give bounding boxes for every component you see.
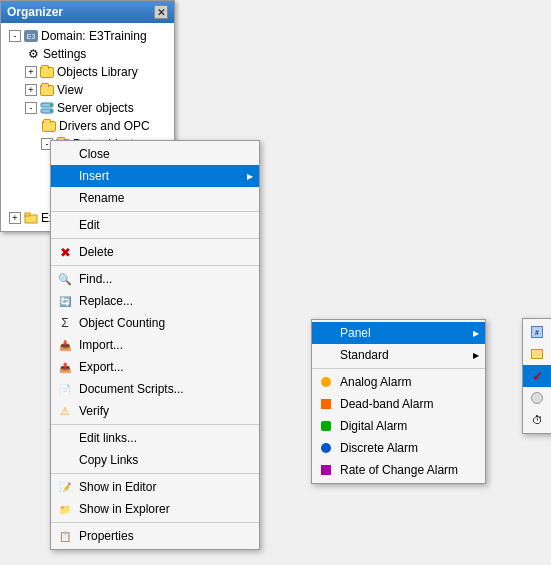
- menu-edit-links-label: Edit links...: [79, 431, 137, 445]
- menu-properties[interactable]: 📋 Properties: [51, 525, 259, 547]
- domain-icon: E3: [23, 28, 39, 44]
- submenu-digital-alarm[interactable]: Digital Alarm: [312, 415, 485, 437]
- menu-edit-links[interactable]: Edit links...: [51, 427, 259, 449]
- menu-close[interactable]: Close: [51, 143, 259, 165]
- menu-rename[interactable]: Rename: [51, 187, 259, 209]
- standard-arrow-icon: ▶: [473, 351, 479, 360]
- submenu-digital-label: Digital Alarm: [340, 419, 407, 433]
- close-button[interactable]: ✕: [154, 5, 168, 19]
- menu-export-label: Export...: [79, 360, 124, 374]
- show-editor-icon: 📝: [57, 479, 73, 495]
- separator-1: [51, 211, 259, 212]
- expander-explorer[interactable]: +: [9, 212, 21, 224]
- submenu-discrete-alarm[interactable]: Discrete Alarm: [312, 437, 485, 459]
- counter-tag-icon: #: [529, 324, 545, 340]
- menu-object-counting[interactable]: Σ Object Counting: [51, 312, 259, 334]
- submenu-rate-alarm[interactable]: Rate of Change Alarm: [312, 459, 485, 481]
- menu-document-scripts[interactable]: 📄 Document Scripts...: [51, 378, 259, 400]
- panel-demo-tag[interactable]: ✓ Demo Tag: [523, 365, 551, 387]
- view-folder-icon: [39, 82, 55, 98]
- svg-point-2: [50, 104, 52, 106]
- menu-find[interactable]: 🔍 Find...: [51, 268, 259, 290]
- submenu-panel[interactable]: Panel ▶: [312, 322, 485, 344]
- expander-domain[interactable]: -: [9, 30, 21, 42]
- tree-item-settings[interactable]: ⚙ Settings: [23, 45, 172, 63]
- submenu-standard[interactable]: Standard ▶: [312, 344, 485, 366]
- submenu-discrete-label: Discrete Alarm: [340, 441, 418, 455]
- menu-show-editor-label: Show in Editor: [79, 480, 156, 494]
- separator-5: [51, 473, 259, 474]
- menu-insert[interactable]: Insert ▶: [51, 165, 259, 187]
- tree-item-domain[interactable]: - E3 Domain: E3Training: [7, 27, 172, 45]
- menu-import[interactable]: 📥 Import...: [51, 334, 259, 356]
- tree-label-domain: Domain: E3Training: [41, 29, 147, 43]
- svg-rect-5: [25, 213, 30, 216]
- expander-objects-library[interactable]: +: [25, 66, 37, 78]
- menu-edit-label: Edit: [79, 218, 100, 232]
- menu-replace[interactable]: 🔄 Replace...: [51, 290, 259, 312]
- menu-object-counting-label: Object Counting: [79, 316, 165, 330]
- menu-insert-label: Insert: [79, 169, 109, 183]
- tree-item-view[interactable]: + View: [23, 81, 172, 99]
- submenu-panel-label: Panel: [340, 326, 371, 340]
- panel-internal-tag[interactable]: Internal Tag: [523, 387, 551, 409]
- menu-export[interactable]: 📤 Export...: [51, 356, 259, 378]
- find-icon: 🔍: [57, 271, 73, 287]
- insert-submenu: Panel ▶ Standard ▶ Analog Alarm Dead-ban…: [311, 319, 486, 484]
- menu-import-label: Import...: [79, 338, 123, 352]
- separator-4: [51, 424, 259, 425]
- tree-label-objects-library: Objects Library: [57, 65, 138, 79]
- timer-tag-icon: ⏱: [529, 412, 545, 428]
- data-folder-icon: [529, 346, 545, 362]
- discrete-alarm-icon: [318, 440, 334, 456]
- menu-replace-label: Replace...: [79, 294, 133, 308]
- separator-2: [51, 238, 259, 239]
- panel-data-folder[interactable]: Data Folder: [523, 343, 551, 365]
- internal-tag-icon: [529, 390, 545, 406]
- submenu-standard-label: Standard: [340, 348, 389, 362]
- panel-counter-tag[interactable]: # Counter Tag: [523, 321, 551, 343]
- window-title: Organizer: [7, 5, 63, 19]
- menu-show-explorer-label: Show in Explorer: [79, 502, 170, 516]
- menu-rename-label: Rename: [79, 191, 124, 205]
- menu-edit[interactable]: Edit: [51, 214, 259, 236]
- expander-server[interactable]: -: [25, 102, 37, 114]
- properties-icon: 📋: [57, 528, 73, 544]
- submenu-deadband-alarm[interactable]: Dead-band Alarm: [312, 393, 485, 415]
- menu-show-editor[interactable]: 📝 Show in Editor: [51, 476, 259, 498]
- separator-3: [51, 265, 259, 266]
- menu-verify[interactable]: ⚠ Verify: [51, 400, 259, 422]
- svg-point-3: [50, 110, 52, 112]
- server-icon: [39, 100, 55, 116]
- panel-timer-tag[interactable]: ⏱ Timer Tag: [523, 409, 551, 431]
- insert-sep: [312, 368, 485, 369]
- menu-copy-links-label: Copy Links: [79, 453, 138, 467]
- submenu-analog-label: Analog Alarm: [340, 375, 411, 389]
- document-icon: 📄: [57, 381, 73, 397]
- gear-icon: ⚙: [25, 46, 41, 62]
- tree-label-view: View: [57, 83, 83, 97]
- panel-submenu: # Counter Tag Data Folder ✓ Demo Tag Int…: [522, 318, 551, 434]
- menu-delete-label: Delete: [79, 245, 114, 259]
- tree-label-settings: Settings: [43, 47, 86, 61]
- menu-delete[interactable]: ✖ Delete: [51, 241, 259, 263]
- digital-alarm-icon: [318, 418, 334, 434]
- import-icon: 📥: [57, 337, 73, 353]
- menu-find-label: Find...: [79, 272, 112, 286]
- submenu-analog-alarm[interactable]: Analog Alarm: [312, 371, 485, 393]
- tree-item-objects-library[interactable]: + Objects Library: [23, 63, 172, 81]
- menu-verify-label: Verify: [79, 404, 109, 418]
- menu-doc-scripts-label: Document Scripts...: [79, 382, 184, 396]
- tree-item-drivers[interactable]: Drivers and OPC: [39, 117, 172, 135]
- expander-view[interactable]: +: [25, 84, 37, 96]
- tree-item-server-objects[interactable]: - Server objects: [23, 99, 172, 117]
- replace-icon: 🔄: [57, 293, 73, 309]
- panel-arrow-icon: ▶: [473, 329, 479, 338]
- submenu-deadband-label: Dead-band Alarm: [340, 397, 433, 411]
- show-explorer-icon: 📁: [57, 501, 73, 517]
- title-bar: Organizer ✕: [1, 1, 174, 23]
- demo-tag-icon: ✓: [529, 368, 545, 384]
- submenu-rate-label: Rate of Change Alarm: [340, 463, 458, 477]
- menu-show-explorer[interactable]: 📁 Show in Explorer: [51, 498, 259, 520]
- menu-copy-links[interactable]: Copy Links: [51, 449, 259, 471]
